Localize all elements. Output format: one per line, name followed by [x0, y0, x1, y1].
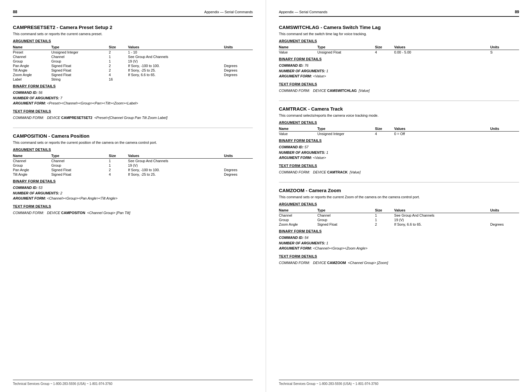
cell-units: [224, 77, 253, 82]
rth-values3: Values: [394, 208, 490, 213]
th-values: Values: [128, 45, 224, 50]
cell-size: 2: [109, 50, 128, 55]
cell-values: [128, 77, 224, 82]
cell-name: Label: [13, 77, 51, 82]
binary-row: NUMBER OF ARGUMENTS: 1: [279, 150, 519, 155]
binary-row-label: COMMAND ID:: [13, 186, 38, 190]
cell-units: Degrees: [224, 68, 253, 73]
campresetset2-binary-label: BINARY FORM DETAILS: [13, 84, 253, 88]
camswitchlag-cmdform-prefix: DEVICE: [313, 89, 327, 93]
cell-values: See Group And Channels: [128, 159, 224, 163]
binary-row-label: NUMBER OF ARGUMENTS:: [13, 96, 60, 100]
camtrack-cmdform-args: [Value]: [349, 170, 360, 174]
cell-name: Group: [13, 59, 51, 64]
cell-values: 19 (V): [128, 59, 224, 64]
binary-row-value: 76: [304, 64, 308, 67]
table-row: Zoom AngleSigned Float2If Sony, 6.6 to 6…: [279, 222, 519, 227]
camtrack-cmdform-cmd: CAMTRACK: [327, 170, 348, 174]
camposition-binary: BINARY FORM DETAILS COMMAND ID: 53NUMBER…: [13, 179, 253, 201]
binary-row-value: <Preset><Channel><Group><Pan><Tilt><Zoom…: [47, 101, 138, 105]
divider-2: [279, 101, 519, 101]
campresetset2-textform-label: TEXT FORM DETAILS: [13, 109, 253, 113]
section-camtrack: CAMTRACK - Camera Track This command sel…: [279, 106, 519, 175]
table-row: Tilt AngleSigned Float4If Sony, -25 to 2…: [13, 172, 253, 177]
page-left: 88 Appendix — Serial Commands CAMPRESETS…: [0, 0, 266, 392]
camtrack-cmdform-prefix: DEVICE: [313, 170, 327, 174]
right-page-num: 89: [515, 10, 519, 14]
binary-row: COMMAND ID: 56: [13, 90, 253, 95]
table-row: Pan AngleSigned Float2If Sony, -100 to 1…: [13, 64, 253, 68]
cell-name: Pan Angle: [13, 64, 51, 68]
cell-units: [490, 218, 519, 222]
binary-row: NUMBER OF ARGUMENTS: 1: [279, 240, 519, 246]
cell-name: Pan Angle: [13, 168, 51, 172]
campresetset2-cmdform-args: <Preset>[Channel Group Pan Tilt Zoom Lab…: [93, 116, 167, 120]
cell-name: Channel: [13, 54, 51, 59]
table-row: GroupGroup119 (V): [13, 163, 253, 168]
binary-row-value: 53: [38, 186, 42, 190]
section-camposition: CAMPOSITION - Camera Position This comma…: [13, 133, 253, 216]
rth-name3: Name: [279, 208, 317, 213]
binary-row-label: NUMBER OF ARGUMENTS:: [279, 151, 326, 154]
section-camswitchlag: CAMSWITCHLAG - Camera Switch Time Lag Th…: [279, 24, 519, 93]
page-container: 88 Appendix — Serial Commands CAMPRESETS…: [0, 0, 532, 392]
left-footer: Technical Services Group ~ 1-800-283-593…: [13, 380, 253, 386]
cell-type: Signed Float: [51, 168, 109, 172]
binary-row: ARGUMENT FORM: <Channel><Group><Pan Angl…: [13, 196, 253, 201]
cell-name: Tilt Angle: [13, 68, 51, 73]
binary-row-value: <Channel><Group><Pan Angle><Tilt Angle>: [47, 196, 118, 200]
binary-row-label: ARGUMENT FORM:: [279, 156, 313, 160]
cell-size: 1: [109, 163, 128, 168]
binary-row-label: ARGUMENT FORM:: [279, 246, 313, 250]
binary-row: ARGUMENT FORM: <Value>: [279, 74, 519, 79]
rth-type3: Type: [317, 208, 375, 213]
cell-size: 16: [109, 77, 128, 82]
cell-type: Signed Float: [51, 68, 109, 73]
rth-type2: Type: [317, 126, 375, 132]
cell-name: Zoom Angle: [13, 73, 51, 77]
table-row: ValueUnsigned Integer40 = Off: [279, 132, 519, 136]
th-type2: Type: [51, 153, 109, 159]
binary-row-label: ARGUMENT FORM:: [13, 101, 47, 105]
table-row: ChannelChannel1See Group And Channels: [13, 54, 253, 59]
right-footer-text: Technical Services Group ~ 1-800-283-593…: [279, 382, 379, 386]
cell-size: 2: [109, 64, 128, 68]
th-type: Type: [51, 45, 109, 50]
campresetset2-cmdform-cmd: CAMPRESETSET2: [61, 116, 93, 120]
campresetset2-cmdform: COMMAND FORM: DEVICE CAMPRESETSET2 <Pres…: [13, 115, 253, 121]
cell-type: Unsigned Float: [317, 50, 375, 55]
cell-name: Channel: [13, 159, 51, 163]
binary-row-value: 54: [304, 236, 308, 240]
th-name2: Name: [13, 153, 51, 159]
cell-name: Group: [279, 218, 317, 222]
camzoom-cmdform-args: <Channel Group> [Zoom]: [347, 261, 388, 265]
rth-size: Size: [375, 45, 394, 50]
cell-name: Preset: [13, 50, 51, 55]
rth-type: Type: [317, 45, 375, 50]
cell-values: If Sony, 6.6 to 65.: [394, 222, 490, 227]
binary-row-label: COMMAND ID:: [13, 91, 38, 94]
rth-units2: Units: [490, 126, 519, 132]
campresetset2-binary: BINARY FORM DETAILS COMMAND ID: 56NUMBER…: [13, 84, 253, 106]
camtrack-cmdform: COMMAND FORM: DEVICE CAMTRACK [Value]: [279, 170, 519, 175]
camtrack-textform-label: TEXT FORM DETAILS: [279, 164, 519, 168]
cell-size: 4: [109, 172, 128, 177]
campresetset2-arg-table: Name Type Size Values Units PresetUnsign…: [13, 45, 253, 82]
left-page-num: 88: [13, 10, 17, 14]
camswitchlag-textform: TEXT FORM DETAILS COMMAND FORM: DEVICE C…: [279, 82, 519, 94]
cell-size: 2: [375, 222, 394, 227]
th-values2: Values: [128, 153, 224, 159]
divider-3: [279, 182, 519, 182]
cell-type: Signed Float: [51, 172, 109, 177]
binary-row-label: ARGUMENT FORM:: [279, 74, 313, 78]
rth-values: Values: [394, 45, 490, 50]
binary-row-value: 7: [60, 96, 62, 100]
cell-size: 2: [109, 68, 128, 73]
table-row: Tilt AngleSigned Float2If Sony, -25 to 2…: [13, 68, 253, 73]
cell-name: Value: [279, 50, 317, 55]
camposition-cmdform-args: <Channel Group> [Pan Tilt]: [86, 211, 130, 215]
right-page-header: Appendix — Serial Commands 89: [279, 10, 519, 17]
cell-type: Unsigned Integer: [51, 50, 109, 55]
binary-row: ARGUMENT FORM: <Channel><Group><Zoom Ang…: [279, 246, 519, 251]
cell-name: Value: [279, 132, 317, 136]
